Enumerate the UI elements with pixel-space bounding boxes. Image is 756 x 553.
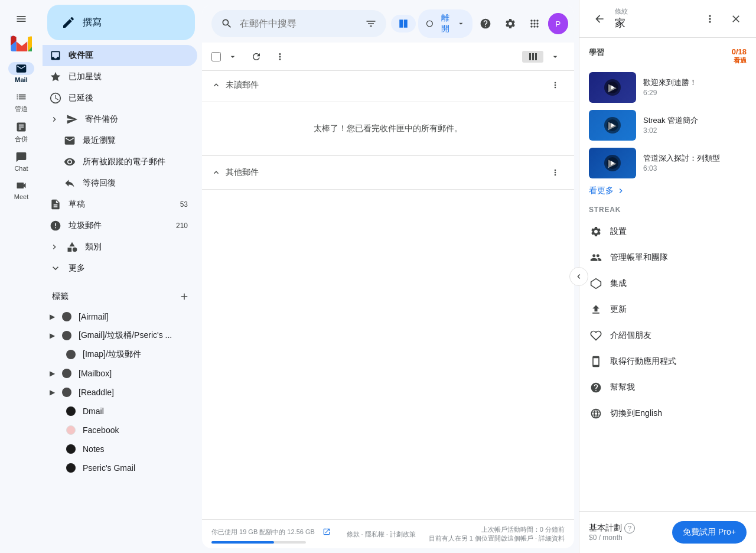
label-airmail-text: [Airmail] — [79, 312, 109, 321]
streak-menu-settings[interactable]: 設置 — [589, 219, 747, 245]
nav-mail[interactable]: Mail — [0, 58, 43, 87]
streak-body: 學習 0/18 看過 歡迎來到連勝！ 6:29 — [579, 38, 756, 511]
manage-label: 管理帳單和團隊 — [610, 252, 668, 263]
other-section-header[interactable]: 其他郵件 — [202, 158, 574, 187]
streak-close-button[interactable] — [725, 8, 747, 30]
sidebar-item-sent[interactable]: 寄件備份 — [43, 109, 197, 130]
label-dot-gmail-trash — [62, 331, 71, 340]
streak-menu-refer[interactable]: 介紹個朋友 — [589, 323, 747, 349]
sidebar-item-categories[interactable]: 類別 — [43, 236, 197, 258]
hamburger-button[interactable] — [7, 5, 35, 33]
nav-merge-label: 合併 — [15, 135, 28, 144]
sidebar-item-drafts[interactable]: 草稿 53 — [43, 194, 197, 215]
apps-button[interactable] — [524, 12, 546, 35]
drafts-label: 草稿 — [69, 199, 173, 210]
video-thumb-2 — [589, 110, 636, 141]
streak-more-button[interactable] — [699, 8, 721, 30]
integrations-icon — [589, 276, 603, 291]
streak-panel-wrapper: 條紋 家 學習 0/18 看過 — [579, 0, 756, 553]
select-dropdown-button[interactable] — [223, 47, 242, 66]
help-icon — [589, 380, 603, 395]
sidebar-item-recently[interactable]: 最近瀏覽 — [43, 130, 197, 151]
label-arrow-airmail[interactable]: ▶ — [50, 313, 55, 321]
view-options-button[interactable] — [546, 47, 565, 66]
nav-rail: Mail 管道 合併 Chat Meet — [0, 0, 43, 553]
video-card-1[interactable]: 歡迎來到連勝！ 6:29 — [589, 72, 747, 103]
leave-button[interactable]: 離開 — [418, 9, 472, 38]
label-pseric-gmail[interactable]: Pseric's Gmail — [43, 458, 197, 477]
search-box[interactable] — [211, 10, 386, 37]
streak-menu-integrations[interactable]: 集成 — [589, 271, 747, 297]
sidebar-item-starred[interactable]: 已加星號 — [43, 66, 197, 87]
search-input[interactable] — [240, 18, 358, 29]
inbox-label: 收件匣 — [69, 50, 188, 61]
other-divider-bottom — [202, 189, 574, 190]
label-gmail-trash-text: [Gmail]/垃圾桶/Pseric's ... — [79, 330, 172, 341]
label-facebook[interactable]: Facebook — [43, 421, 197, 440]
user-avatar[interactable]: P — [548, 13, 568, 34]
updates-label: 更新 — [610, 304, 627, 315]
nav-chat[interactable]: Chat — [0, 147, 43, 175]
storage-link-button[interactable] — [320, 525, 334, 539]
video-thumb-1 — [589, 72, 636, 103]
streak-menu-mobile[interactable]: 取得行動應用程式 — [589, 349, 747, 375]
sidebar-item-inbox[interactable]: 收件匣 — [43, 45, 197, 66]
email-list: 未讀郵件 太棒了！您已看完收件匣中的所有郵件。 其他郵件 — [202, 71, 574, 519]
other-more-button[interactable] — [546, 163, 565, 182]
plan-name: 基本計劃 — [589, 523, 622, 534]
nav-pipelines[interactable]: 管道 — [0, 87, 43, 117]
chat-icon-bg — [8, 151, 34, 164]
select-all-checkbox[interactable] — [211, 52, 221, 61]
video-card-3[interactable]: 管道深入探討：列類型 6:03 — [589, 148, 747, 178]
settings-button[interactable] — [499, 12, 522, 35]
refresh-button[interactable] — [247, 47, 266, 66]
label-mailbox[interactable]: ▶ [Mailbox] — [43, 364, 197, 383]
streak-menu-updates[interactable]: 更新 — [589, 297, 747, 323]
nav-merge[interactable]: 合併 — [0, 117, 43, 147]
label-dmail[interactable]: Dmail — [43, 402, 197, 421]
label-airmail[interactable]: ▶ [Airmail] — [43, 307, 197, 326]
plan-help-button[interactable]: ? — [624, 523, 635, 534]
streak-title: 家 — [615, 16, 695, 30]
label-dot-airmail — [62, 312, 71, 321]
more-options-button[interactable] — [271, 47, 289, 66]
unread-title: 未讀郵件 — [226, 80, 259, 90]
nav-meet[interactable]: Meet — [0, 175, 43, 204]
sidebar-item-awaiting[interactable]: 等待回復 — [43, 173, 197, 194]
label-gmail-trash[interactable]: ▶ [Gmail]/垃圾桶/Pseric's ... — [43, 326, 197, 345]
storage-fill — [211, 541, 274, 544]
chevron-down-icon — [457, 19, 465, 28]
bar2 — [532, 53, 534, 60]
help-button[interactable] — [475, 12, 497, 35]
label-imap-trash[interactable]: [Imap]/垃圾郵件 — [43, 345, 197, 364]
label-arrow-mailbox[interactable]: ▶ — [50, 369, 55, 378]
streak-menu-manage[interactable]: 管理帳單和團隊 — [589, 245, 747, 271]
split-view-button[interactable] — [391, 15, 416, 32]
streak-back-button[interactable] — [589, 8, 610, 30]
see-more-link[interactable]: 看更多 — [589, 186, 747, 196]
unread-more-button[interactable] — [546, 76, 565, 95]
compose-button[interactable]: 撰寫 — [47, 5, 195, 40]
streak-menu-language[interactable]: 切換到English — [589, 401, 747, 427]
label-dmail-text: Dmail — [83, 406, 104, 416]
sidebar-item-tracked[interactable]: 所有被跟蹤的電子郵件 — [43, 151, 197, 173]
unread-section-header[interactable]: 未讀郵件 — [202, 71, 574, 99]
sidebar-item-snoozed[interactable]: 已延後 — [43, 87, 197, 109]
label-arrow-gmail-trash[interactable]: ▶ — [50, 331, 55, 340]
filter-icon[interactable] — [365, 18, 377, 30]
meet-icon-bg — [8, 179, 34, 192]
collapse-streak-button[interactable] — [569, 267, 588, 286]
add-label-button[interactable] — [176, 288, 193, 305]
sidebar-item-spam[interactable]: 垃圾郵件 210 — [43, 215, 197, 236]
video-card-2[interactable]: Streak 管道簡介 3:02 — [589, 110, 747, 141]
upgrade-button[interactable]: 免費試用 Pro+ — [672, 521, 747, 544]
streak-menu-help[interactable]: 幫幫我 — [589, 375, 747, 401]
gmail-logo[interactable] — [11, 35, 32, 51]
sidebar-item-more[interactable]: 更多 — [43, 258, 197, 279]
label-readdle[interactable]: ▶ [Readdle] — [43, 383, 197, 402]
video-info-1: 歡迎來到連勝！ 6:29 — [643, 78, 697, 97]
upgrade-label: 免費試用 Pro+ — [683, 527, 736, 536]
label-arrow-readdle[interactable]: ▶ — [50, 388, 55, 396]
svg-point-0 — [426, 21, 432, 27]
label-notes[interactable]: Notes — [43, 440, 197, 458]
